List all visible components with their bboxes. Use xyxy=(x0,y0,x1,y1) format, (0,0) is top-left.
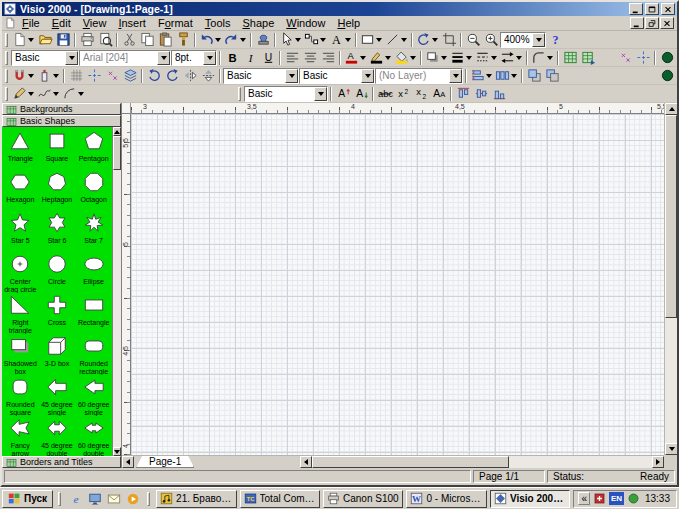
align-right-button[interactable] xyxy=(319,50,337,66)
stencil-shape-cross[interactable]: Cross xyxy=(39,293,76,334)
toolbar-drag-handle[interactable] xyxy=(5,33,8,47)
stencil-shape-60-degree-double[interactable]: 60 degree double xyxy=(75,416,112,456)
taskbar-button-1[interactable]: 21. Браво - Если б... xyxy=(156,490,236,508)
pointer-tool-button[interactable] xyxy=(278,32,303,48)
connector-tool-button[interactable] xyxy=(303,32,328,48)
stencil-shape-fancy-arrow[interactable]: Fancy arrow xyxy=(2,416,39,456)
rotate-right-button[interactable] xyxy=(163,68,181,84)
stencil-shape-shadowed-box[interactable]: Shadowed box xyxy=(2,334,39,375)
redo-button[interactable] xyxy=(223,32,248,48)
line-color-button[interactable] xyxy=(368,50,393,66)
copy-button[interactable] xyxy=(138,32,156,48)
stamp-button[interactable] xyxy=(254,32,272,48)
cut-button[interactable] xyxy=(120,32,138,48)
tray-chevron-button[interactable]: « xyxy=(578,492,590,505)
dropdown-arrow-icon[interactable] xyxy=(485,68,493,84)
line-pattern-button[interactable] xyxy=(474,50,499,66)
small-caps-button[interactable]: AA xyxy=(430,86,448,102)
zoom-in-button[interactable] xyxy=(482,32,500,48)
menu-insert[interactable]: Insert xyxy=(112,16,152,30)
bold-button[interactable]: B xyxy=(223,50,241,66)
stencil-section-backgrounds[interactable]: Backgrounds xyxy=(2,103,121,115)
stencil-shape-45-degree-single[interactable]: 45 degree single xyxy=(39,375,76,416)
stencil-section-borders-and-titles[interactable]: Borders and Titles xyxy=(2,456,121,468)
scroll-up-button[interactable] xyxy=(665,103,677,115)
rectangle-tool-button[interactable] xyxy=(359,32,384,48)
dropdown-arrow-icon[interactable] xyxy=(400,32,408,48)
horizontal-scroll-track[interactable] xyxy=(312,456,652,468)
dropdown-arrow-icon[interactable] xyxy=(77,86,85,102)
line-tool-button[interactable] xyxy=(384,32,409,48)
undo-button[interactable] xyxy=(198,32,223,48)
menu-tools[interactable]: Tools xyxy=(199,16,237,30)
flip-horizontal-button[interactable] xyxy=(181,68,199,84)
show-desktop-icon[interactable] xyxy=(86,490,104,508)
dropdown-arrow-icon[interactable] xyxy=(27,68,35,84)
stencil-shape-octagon[interactable]: Octagon xyxy=(75,170,112,211)
internet-explorer-icon[interactable]: e xyxy=(67,490,85,508)
line-weight-button[interactable] xyxy=(449,50,474,66)
connection-point-button[interactable] xyxy=(103,68,121,84)
dropdown-arrow-icon[interactable] xyxy=(239,32,247,48)
scroll-right-button[interactable] xyxy=(652,456,664,468)
style-combo[interactable]: Basic xyxy=(11,50,79,66)
shadow-button[interactable] xyxy=(424,50,449,66)
font-down-button[interactable]: A xyxy=(352,86,370,102)
stencil-scrollbar[interactable] xyxy=(112,127,121,456)
stencil-shape-center-drag-circle[interactable]: Center drag circle xyxy=(2,252,39,293)
flip-vertical-button[interactable] xyxy=(199,68,217,84)
freeform-tool-button[interactable] xyxy=(36,86,61,102)
dropdown-arrow-icon[interactable] xyxy=(431,32,439,48)
font-color-button[interactable]: A xyxy=(343,50,368,66)
text-style-combo[interactable]: Basic xyxy=(244,86,328,102)
dropdown-arrow-icon[interactable] xyxy=(27,32,35,48)
align-center-button[interactable] xyxy=(301,50,319,66)
tray-red-icon[interactable] xyxy=(593,492,606,505)
dropdown-arrow-icon[interactable] xyxy=(52,68,60,84)
font-up-button[interactable]: A xyxy=(334,86,352,102)
corner-rounding-button[interactable] xyxy=(530,50,555,66)
new-button[interactable] xyxy=(11,32,36,48)
vertical-scroll-thumb[interactable] xyxy=(665,115,677,318)
vertical-scrollbar[interactable] xyxy=(664,103,677,455)
dropdown-arrow-icon[interactable] xyxy=(294,32,302,48)
connector-style-combo-dropdown-button[interactable] xyxy=(361,69,374,83)
stencil-shape-rounded-rectangle[interactable]: Rounded rectangle xyxy=(75,334,112,375)
toolbar-drag-handle[interactable] xyxy=(5,51,8,65)
maximize-button[interactable] xyxy=(645,3,659,15)
mdi-close-button[interactable] xyxy=(660,17,674,29)
layer-combo-dropdown-button[interactable] xyxy=(449,69,462,83)
mdi-minimize-button[interactable] xyxy=(630,17,644,29)
close-button[interactable] xyxy=(661,3,675,15)
stencil-shape-hexagon[interactable]: Hexagon xyxy=(2,170,39,211)
text-tool-button[interactable]: A xyxy=(328,32,353,48)
align-middle-button[interactable] xyxy=(472,86,490,102)
drawing-canvas[interactable] xyxy=(131,114,664,455)
stencil-shape-pentagon[interactable]: Pentagon xyxy=(75,129,112,170)
mdi-restore-button[interactable] xyxy=(645,17,659,29)
layer-button[interactable] xyxy=(121,68,139,84)
horizontal-scrollbar[interactable] xyxy=(300,456,664,468)
stencil-shape-star-6[interactable]: Star 6 xyxy=(39,211,76,252)
page-nav-button[interactable] xyxy=(122,456,134,468)
toolbar-drag-handle[interactable] xyxy=(5,87,8,101)
shape-style-combo[interactable]: Basic xyxy=(223,68,299,84)
zoom-out-button[interactable] xyxy=(464,32,482,48)
scroll-down-button[interactable] xyxy=(665,443,677,455)
glue-button[interactable] xyxy=(36,68,61,84)
align-left-button[interactable] xyxy=(283,50,301,66)
menu-view[interactable]: View xyxy=(77,16,113,30)
vertical-scroll-track[interactable] xyxy=(665,115,677,443)
align-shapes-button[interactable] xyxy=(469,68,494,84)
superscript-button[interactable]: x2 xyxy=(394,86,412,102)
guide-button[interactable] xyxy=(634,50,652,66)
dropdown-arrow-icon[interactable] xyxy=(359,50,367,66)
shape-style-combo-dropdown-button[interactable] xyxy=(285,69,298,83)
dropdown-arrow-icon[interactable] xyxy=(510,68,518,84)
paste-button[interactable] xyxy=(156,32,174,48)
save-button[interactable] xyxy=(54,32,72,48)
connector-style-combo[interactable]: Basic xyxy=(299,68,375,84)
taskbar-button-3[interactable]: Canon S100 xyxy=(323,490,403,508)
stencil-shape-star-5[interactable]: Star 5 xyxy=(2,211,39,252)
macro-green-button[interactable] xyxy=(658,68,676,84)
